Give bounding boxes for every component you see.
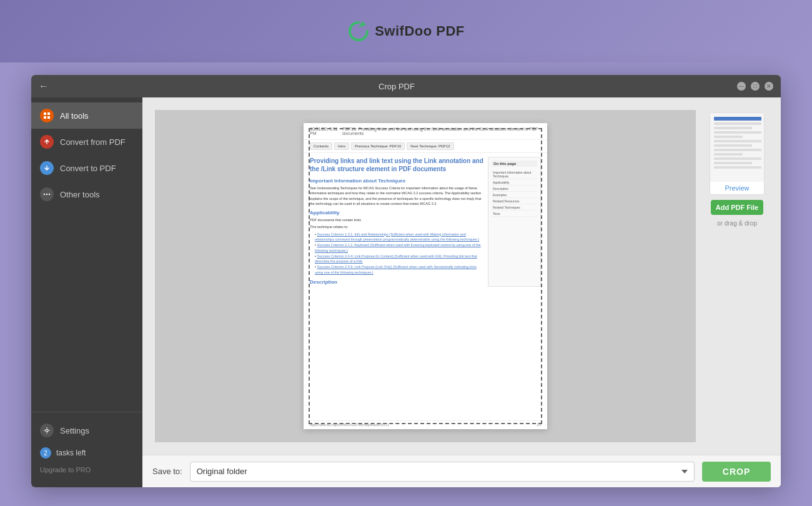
minimize-button[interactable]: —: [737, 82, 746, 91]
pdf-link-1[interactable]: Success Criterion 1.3.1: Info and Relati…: [315, 232, 479, 242]
content-area: 10/31/22, 5:31 PM PDF11: Providing links…: [142, 97, 781, 487]
dots-icon: [40, 187, 54, 201]
title-bar: ← Crop PDF — □ ✕: [31, 75, 781, 97]
pdf-intro-text: See Understanding Techniques for WCAG Su…: [310, 186, 484, 206]
toc-item-1: Important Information about Techniques: [492, 169, 537, 179]
pdf-page-header: 10/31/22, 5:31 PM PDF11: Providing links…: [304, 123, 547, 140]
minimize-icon: —: [739, 83, 745, 89]
pdf-applicability2: This technique relates to:: [310, 224, 484, 229]
settings-icon: [40, 424, 54, 437]
pdf-toc: On this page Important Information about…: [488, 157, 541, 287]
convert-to-pdf-label: Convert to PDF: [60, 164, 116, 173]
pdf-bullet-2: • Success Criterion 2.1.1: Keyboard (Suf…: [310, 242, 484, 254]
top-bar: SwifDoo PDF: [0, 0, 812, 62]
tasks-badge: 2: [40, 447, 51, 459]
nav-next[interactable]: Next Technique: PDF12: [407, 142, 453, 150]
crop-button[interactable]: CROP: [702, 462, 771, 482]
app-title: SwifDoo PDF: [375, 23, 465, 39]
window-title: Crop PDF: [56, 82, 737, 91]
upgrade-button[interactable]: Upgrade to PRO: [40, 465, 91, 475]
svg-rect-0: [44, 112, 46, 115]
convert-from-pdf-label: Convert from PDF: [60, 137, 126, 147]
mini-line-5: [714, 140, 761, 142]
svg-rect-1: [47, 112, 50, 115]
swiftdoo-logo-icon: [347, 20, 370, 42]
pdf-footer: https://www.w3.org/WAI/WCAG22/Techniques…: [310, 420, 541, 427]
toc-item-5: Related Resources: [492, 198, 537, 204]
mini-line-2: [714, 127, 752, 129]
other-tools-label: Other tools: [60, 190, 100, 199]
pdf-body: Providing links and link text using the …: [310, 157, 484, 287]
pdf-link-2[interactable]: Success Criterion 2.1.1: Keyboard (Suffi…: [315, 243, 481, 252]
preview-label[interactable]: Preview: [710, 182, 764, 194]
pdf-main-title: Providing links and link text using the …: [310, 157, 484, 173]
nav-prev[interactable]: Previous Technique: PDF10: [351, 142, 405, 150]
grid-icon: [40, 109, 54, 122]
pdf-footer-url: https://www.w3.org/WAI/WCAG22/Techniques…: [310, 423, 389, 427]
toc-item-4: Examples: [492, 192, 537, 198]
settings-label: Settings: [60, 426, 89, 435]
maximize-button[interactable]: □: [751, 82, 760, 91]
pdf-section1-title: Important Information about Techniques: [310, 178, 484, 184]
preview-container: Preview: [710, 112, 765, 195]
sidebar-item-other-tools[interactable]: Other tools: [31, 181, 142, 207]
main-window: ← Crop PDF — □ ✕: [31, 75, 781, 487]
mini-line-4: [714, 136, 743, 138]
svg-point-4: [44, 194, 45, 195]
pdf-main-content: Providing links and link text using the …: [304, 153, 547, 290]
mini-line-6: [714, 144, 752, 147]
mini-line-3: [714, 131, 761, 134]
pdf-area: 10/31/22, 5:31 PM PDF11: Providing links…: [142, 97, 781, 455]
nav-contents[interactable]: Contents: [310, 142, 332, 150]
svg-point-6: [49, 194, 50, 195]
mini-line-9: [714, 157, 761, 160]
app-body: All tools Convert from PDF Convert to PD…: [31, 97, 781, 487]
pdf-section2-title: Applicability: [310, 210, 484, 216]
pdf-canvas: 10/31/22, 5:31 PM PDF11: Providing links…: [155, 110, 696, 442]
nav-intro[interactable]: Intro: [334, 142, 349, 150]
pdf-date: 10/31/22, 5:31 PM: [310, 127, 342, 136]
save-to-select[interactable]: Original folder: [190, 462, 695, 482]
pdf-bullet-3: • Success Criterion 2.4.4: Link Purpose …: [310, 254, 484, 265]
add-pdf-button[interactable]: Add PDF File: [711, 200, 763, 215]
save-to-label: Save to:: [152, 467, 182, 476]
toc-item-6: Related Techniques: [492, 204, 537, 211]
window-controls: — □ ✕: [737, 82, 773, 91]
app-logo: SwifDoo PDF: [347, 20, 465, 42]
pdf-page: 10/31/22, 5:31 PM PDF11: Providing links…: [304, 123, 547, 429]
toc-header: On this page: [492, 161, 537, 167]
preview-mini-content: [710, 113, 765, 174]
tasks-left-label: tasks left: [56, 449, 86, 457]
settings-item[interactable]: Settings: [31, 417, 142, 444]
bottom-bar: Save to: Original folder CROP: [142, 455, 781, 487]
sidebar-item-convert-to-pdf[interactable]: Convert to PDF: [31, 155, 142, 181]
back-button[interactable]: ←: [39, 81, 49, 92]
close-icon: ✕: [766, 83, 771, 89]
sidebar-bottom: Settings 2 tasks left Upgrade to PRO: [31, 412, 142, 482]
mini-line-8: [714, 153, 743, 156]
pdf-bullet-1: • Success Criterion 1.3.1: Info and Rela…: [310, 232, 484, 243]
arrow-up-icon: [40, 135, 54, 149]
pdf-footer-page: 1/5: [537, 423, 541, 427]
pdf-bullet-4: • Success Criterion 2.4.9: Link Purpose …: [310, 264, 484, 275]
arrow-down-icon: [40, 161, 54, 175]
svg-rect-2: [44, 116, 46, 119]
tasks-count: 2: [44, 450, 47, 457]
all-tools-label: All tools: [60, 111, 89, 121]
svg-rect-3: [47, 116, 50, 119]
sidebar-item-all-tools[interactable]: All tools: [31, 102, 142, 129]
mini-line-11: [714, 166, 761, 169]
pdf-link-3[interactable]: Success Criterion 2.4.4: Link Purpose (I…: [315, 254, 477, 264]
maximize-icon: □: [753, 83, 756, 89]
close-button[interactable]: ✕: [765, 82, 773, 91]
mini-line-7: [714, 149, 761, 151]
title-bar-controls: ←: [39, 81, 49, 92]
drag-drop-text: or drag & drop: [717, 220, 757, 227]
toc-item-2: Applicability: [492, 179, 537, 186]
toc-item-7: Tests: [492, 211, 537, 217]
pdf-link-4[interactable]: Success Criterion 2.4.9: Link Purpose (L…: [315, 265, 477, 274]
preview-thumbnail: [710, 113, 765, 182]
sidebar: All tools Convert from PDF Convert to PD…: [31, 97, 142, 487]
mini-line-1: [714, 122, 761, 125]
sidebar-item-convert-from-pdf[interactable]: Convert from PDF: [31, 129, 142, 155]
